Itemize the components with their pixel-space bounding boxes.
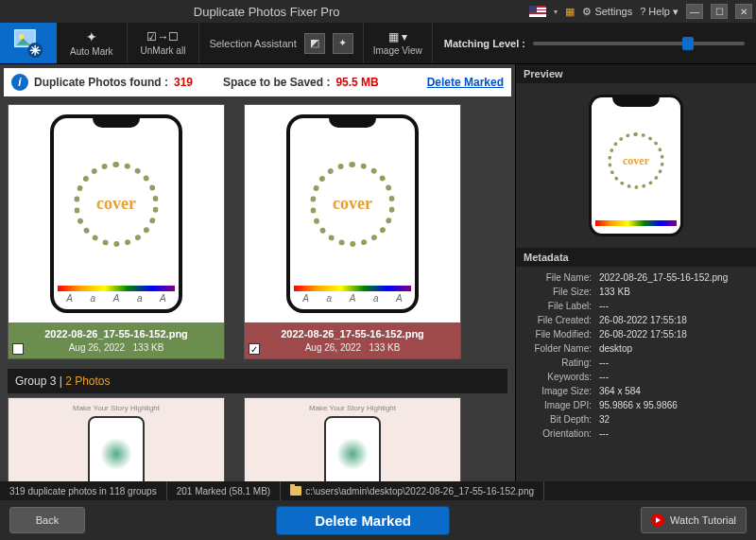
watch-tutorial-button[interactable]: Watch Tutorial bbox=[641, 507, 747, 533]
meta-key: File Modified: bbox=[524, 329, 599, 340]
app-logo bbox=[0, 23, 57, 63]
meta-value: 364 x 584 bbox=[599, 386, 748, 396]
file-name: 2022-08-26_17-55-16-152.png bbox=[12, 328, 220, 340]
photo-card[interactable]: coverAaAaA 2022-08-26_17-55-16-152.png A… bbox=[8, 104, 225, 359]
delete-marked-link[interactable]: Delete Marked bbox=[427, 76, 504, 89]
card-checkbox[interactable] bbox=[249, 343, 260, 355]
card-checkbox[interactable] bbox=[12, 343, 24, 355]
metadata-row: Rating:--- bbox=[516, 356, 756, 370]
cover-text: cover bbox=[333, 194, 372, 214]
found-label: Duplicate Photos found : bbox=[34, 76, 168, 89]
meta-value: 26-08-2022 17:55:18 bbox=[599, 315, 748, 325]
meta-value: --- bbox=[599, 301, 748, 311]
titlebar: Duplicate Photos Fixer Pro ▾ ▦ ⚙ Setting… bbox=[0, 0, 756, 23]
metadata-row: Image DPI:95.9866 x 95.9866 bbox=[516, 398, 756, 412]
lang-dropdown[interactable]: ▾ bbox=[554, 8, 558, 16]
space-value: 95.5 MB bbox=[335, 76, 378, 89]
status-bar: 319 duplicate photos in 118 groups 201 M… bbox=[0, 481, 756, 500]
meta-value: desktop bbox=[599, 343, 748, 354]
flag-icon[interactable] bbox=[529, 6, 546, 17]
selection-assistant-label: Selection Assistant bbox=[209, 38, 296, 49]
metadata-row: File Size:133 KB bbox=[516, 285, 756, 299]
metadata-row: Keywords:--- bbox=[516, 370, 756, 384]
gallery[interactable]: coverAaAaA 2022-08-26_17-55-16-152.png A… bbox=[0, 100, 515, 481]
settings-link[interactable]: ⚙ Settings bbox=[582, 6, 632, 18]
meta-value: --- bbox=[599, 357, 748, 368]
selection-tool-2[interactable]: ✦ bbox=[333, 33, 353, 54]
footer: Back Delete Marked Watch Tutorial bbox=[0, 500, 756, 540]
meta-key: Folder Name: bbox=[524, 343, 599, 354]
toolbar: ✦ Auto Mark ☑→☐ UnMark all Selection Ass… bbox=[0, 23, 756, 64]
metadata-row: Bit Depth:32 bbox=[516, 412, 756, 427]
status-marked: 201 Marked (58.1 MB) bbox=[167, 481, 282, 500]
metadata-row: Orientation:--- bbox=[516, 427, 756, 441]
selection-tool-1[interactable]: ◩ bbox=[304, 33, 325, 54]
image-view-section: ▦ ▾ Image View bbox=[364, 23, 433, 63]
meta-value: --- bbox=[599, 428, 748, 439]
meta-key: File Name: bbox=[524, 272, 599, 283]
preview-header: Preview bbox=[516, 64, 756, 83]
story-title: Make Your Story Highlight bbox=[73, 404, 160, 412]
play-icon bbox=[651, 514, 664, 527]
meta-value: 133 KB bbox=[599, 287, 748, 297]
metadata-row: File Name:2022-08-26_17-55-16-152.png bbox=[516, 270, 756, 285]
meta-key: Keywords: bbox=[524, 372, 599, 382]
selection-assistant-section: Selection Assistant ◩ ✦ bbox=[199, 23, 363, 63]
cover-text: cover bbox=[96, 194, 136, 214]
metadata-row: File Created:26-08-2022 17:55:18 bbox=[516, 313, 756, 327]
meta-key: Orientation: bbox=[524, 428, 599, 439]
meta-value: 32 bbox=[599, 414, 748, 425]
auto-mark-button[interactable]: ✦ Auto Mark bbox=[57, 23, 128, 63]
meta-key: File Size: bbox=[524, 287, 599, 297]
meta-value: 95.9866 x 95.9866 bbox=[599, 400, 748, 410]
found-count: 319 bbox=[174, 76, 193, 89]
folder-icon bbox=[290, 486, 301, 496]
metadata-row: File Modified:26-08-2022 17:55:18 bbox=[516, 327, 756, 341]
delete-marked-button[interactable]: Delete Marked bbox=[276, 506, 450, 535]
status-found: 319 duplicate photos in 118 groups bbox=[0, 481, 167, 500]
story-title: Make Your Story Highlight bbox=[309, 404, 396, 412]
meta-key: Bit Depth: bbox=[524, 414, 599, 425]
theme-icon[interactable]: ▦ bbox=[565, 6, 575, 18]
metadata-header: Metadata bbox=[516, 248, 756, 267]
app-title: Duplicate Photos Fixer Pro bbox=[4, 5, 529, 19]
matching-level-section: Matching Level : bbox=[433, 23, 756, 63]
close-button[interactable]: ✕ bbox=[735, 4, 752, 19]
metadata-row: Image Size:364 x 584 bbox=[516, 384, 756, 398]
meta-key: File Created: bbox=[524, 315, 599, 325]
svg-point-1 bbox=[19, 34, 24, 39]
photo-card[interactable]: Make Your Story Highlight bbox=[8, 397, 225, 481]
meta-key: File Label: bbox=[524, 301, 599, 311]
preview-box: cover bbox=[516, 83, 756, 248]
meta-value: --- bbox=[599, 372, 748, 382]
slider-thumb[interactable] bbox=[682, 37, 694, 50]
unmark-all-button[interactable]: ☑→☐ UnMark all bbox=[128, 23, 200, 63]
info-icon: i bbox=[11, 74, 28, 91]
grid-icon[interactable]: ▦ ▾ bbox=[388, 30, 407, 44]
meta-value: 26-08-2022 17:55:18 bbox=[599, 329, 748, 340]
back-button[interactable]: Back bbox=[9, 507, 85, 533]
info-bar: i Duplicate Photos found : 319 Space to … bbox=[4, 68, 511, 96]
meta-key: Image DPI: bbox=[524, 400, 599, 410]
meta-value: 2022-08-26_17-55-16-152.png bbox=[599, 272, 748, 283]
meta-key: Image Size: bbox=[524, 386, 599, 396]
group-header[interactable]: Group 3 | 2 Photos bbox=[8, 369, 507, 393]
file-name: 2022-08-26_17-55-16-152.png bbox=[249, 328, 456, 340]
wand-icon: ✦ bbox=[86, 29, 97, 44]
status-path: c:\users\admin\desktop\2022-08-26_17-55-… bbox=[281, 481, 544, 500]
matching-level-slider[interactable] bbox=[533, 42, 745, 45]
photo-card[interactable]: coverAaAaA 2022-08-26_17-55-16-152.png A… bbox=[244, 104, 461, 359]
meta-key: Rating: bbox=[524, 357, 599, 368]
unmark-icon: ☑→☐ bbox=[146, 30, 179, 44]
metadata-row: Folder Name:desktop bbox=[516, 341, 756, 356]
minimize-button[interactable]: — bbox=[686, 4, 703, 19]
metadata-table[interactable]: File Name:2022-08-26_17-55-16-152.pngFil… bbox=[516, 267, 756, 481]
maximize-button[interactable]: ☐ bbox=[711, 4, 728, 19]
photo-card[interactable]: Make Your Story Highlight bbox=[244, 397, 461, 481]
help-link[interactable]: ? Help ▾ bbox=[640, 6, 679, 18]
space-label: Space to be Saved : bbox=[223, 76, 330, 89]
matching-level-label: Matching Level : bbox=[444, 38, 525, 49]
metadata-row: File Label:--- bbox=[516, 299, 756, 313]
